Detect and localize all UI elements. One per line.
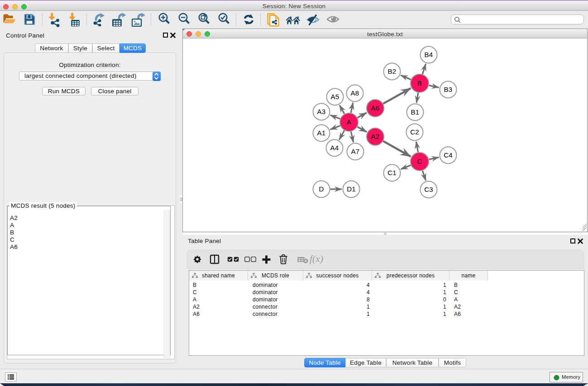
- svg-text:B1: B1: [411, 108, 420, 116]
- svg-text:B4: B4: [425, 51, 433, 58]
- svg-text:B2: B2: [388, 67, 397, 75]
- svg-text:C2: C2: [410, 128, 419, 136]
- svg-text:A1: A1: [317, 129, 326, 137]
- svg-text:A2: A2: [371, 133, 380, 140]
- svg-text:C4: C4: [444, 151, 453, 159]
- svg-text:D1: D1: [347, 185, 356, 193]
- svg-text:A6: A6: [371, 104, 380, 112]
- svg-text:A4: A4: [330, 144, 339, 152]
- svg-text:B3: B3: [444, 86, 453, 93]
- svg-text:A8: A8: [351, 89, 359, 97]
- svg-text:A: A: [347, 118, 351, 126]
- svg-text:A7: A7: [351, 148, 360, 155]
- svg-text:C: C: [417, 157, 422, 165]
- svg-text:A3: A3: [317, 108, 326, 115]
- svg-text:D: D: [319, 185, 324, 193]
- svg-text:C1: C1: [387, 169, 397, 176]
- svg-text:B: B: [417, 79, 422, 87]
- svg-text:C3: C3: [424, 186, 433, 193]
- svg-text:A5: A5: [331, 93, 339, 100]
